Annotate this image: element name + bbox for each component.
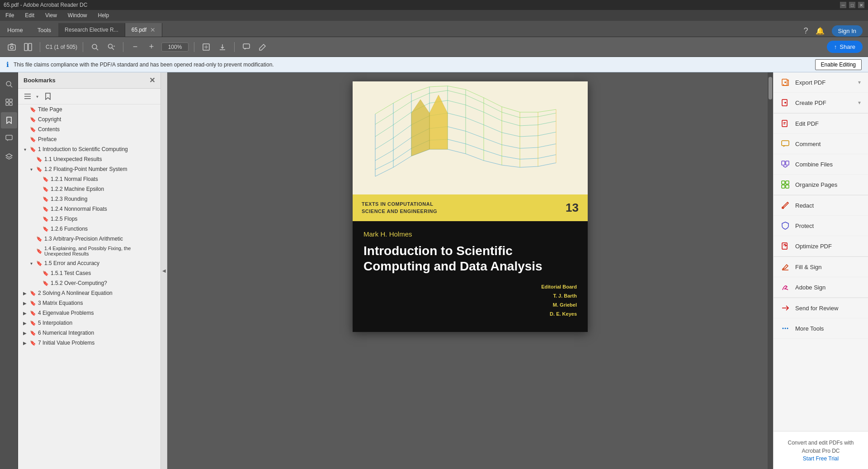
zoom-level[interactable]: 100% [161,43,189,52]
enable-editing-button[interactable]: Enable Editing [815,59,862,70]
bookmark-item-title-page[interactable]: 🔖 Title Page [18,104,160,114]
tool-fill-sign[interactable]: Fill & Sign [774,257,868,277]
bookmark-item-ch1-5-2[interactable]: 🔖 1.5.2 Over-Computing? [18,278,160,288]
tool-adobe-sign[interactable]: Adobe Sign [774,277,868,298]
expand-ch6[interactable]: ▶ [22,330,28,336]
bookmark-item-ch1-2[interactable]: ▾ 🔖 1.2 Floating-Point Number System [18,164,160,174]
tab-close-button[interactable]: ✕ [150,26,156,33]
expand-ch5[interactable]: ▶ [22,320,28,326]
menu-edit[interactable]: Edit [23,11,36,19]
close-button[interactable]: ✕ [858,2,864,8]
bookmark-icon-ch1-2-2: 🔖 [42,186,49,192]
sidebar-comment-icon[interactable] [1,130,17,147]
tab-home[interactable]: Home [0,23,30,37]
sidebar-thumbnail-icon[interactable] [1,94,17,110]
bookmark-item-contents[interactable]: 🔖 Contents [18,124,160,134]
expand-ch7[interactable]: ▶ [22,340,28,346]
bookmark-item-ch1-5-1[interactable]: 🔖 1.5.1 Test Cases [18,268,160,278]
bookmark-item-ch1-2-6[interactable]: 🔖 1.2.6 Functions [18,224,160,234]
tool-organize-pages[interactable]: Organize Pages [774,175,868,195]
menu-file[interactable]: File [4,11,16,19]
comment-toolbar-icon[interactable] [240,41,253,53]
bookmark-item-ch1-2-3[interactable]: 🔖 1.2.3 Rounding [18,194,160,204]
expand-ch1-5[interactable]: ▾ [28,260,34,266]
bookmark-item-ch1-1[interactable]: 🔖 1.1 Unexpected Results [18,154,160,164]
sign-in-button[interactable]: Sign In [832,25,863,37]
menu-help[interactable]: Help [96,11,111,19]
tab-bar-right: ? 🔔 Sign In [804,25,868,37]
bookmark-item-ch1-2-4[interactable]: 🔖 1.2.4 Nonnormal Floats [18,204,160,214]
menu-view[interactable]: View [43,11,59,19]
bookmark-icon-ch1: 🔖 [30,147,36,152]
minimize-button[interactable]: ─ [840,2,846,8]
compare-tool-icon[interactable] [22,41,34,53]
tool-edit-pdf[interactable]: Edit PDF [774,114,868,134]
tab-pdf[interactable]: 65.pdf ✕ [125,23,162,37]
help-icon[interactable]: ? [804,26,808,36]
tool-more-tools[interactable]: More Tools [774,318,868,339]
tool-combine-files[interactable]: Combine Files [774,154,868,175]
share-button[interactable]: ↑ Share [827,41,863,53]
bookmark-item-ch6[interactable]: ▶ 🔖 6 Numerical Integration [18,328,160,338]
tool-redact[interactable]: Redact [774,195,868,216]
sidebar-bookmark-icon[interactable] [1,112,17,128]
expand-ch1-2[interactable]: ▾ [28,166,34,172]
bookmark-item-ch7[interactable]: ▶ 🔖 7 Initial Value Problems [18,338,160,348]
tool-optimize-pdf[interactable]: Optimize PDF [774,236,868,256]
sidebar-layers-icon[interactable] [1,148,17,165]
pen-tool-icon[interactable] [256,41,269,53]
bookmark-item-ch5[interactable]: ▶ 🔖 5 Interpolation [18,318,160,328]
pdf-scrollbar-track[interactable] [768,72,773,469]
close-bookmarks-icon[interactable]: ✕ [149,76,155,85]
bookmark-item-ch2[interactable]: ▶ 🔖 2 Solving A Nonlinear Equation [18,288,160,298]
bookmark-item-ch1-2-2[interactable]: 🔖 1.2.2 Machine Epsilon [18,184,160,194]
svg-rect-26 [782,120,787,127]
tools-trial-link[interactable]: Start Free Trial [803,455,839,462]
zoom-in-icon[interactable]: + [145,41,158,53]
tools-promo-text: Convert and edit PDFs with Acrobat Pro D… [781,439,861,455]
expand-ch1[interactable]: ▾ [22,146,28,152]
collapse-panel-handle[interactable]: ◀ [161,72,167,469]
bookmark-item-ch1-3[interactable]: 🔖 1.3 Arbitrary-Precision Arithmetic [18,234,160,244]
bookmark-item-ch1-5[interactable]: ▾ 🔖 1.5 Error and Accuracy [18,258,160,268]
bookmarks-options-button[interactable] [22,90,33,102]
camera-tool-icon[interactable] [5,41,18,53]
pdf-scrollbar-thumb[interactable] [769,77,772,99]
comment-label: Comment [795,141,861,147]
search-icon[interactable] [89,41,101,53]
maximize-button[interactable]: □ [849,2,855,8]
tab-tools[interactable]: Tools [30,23,58,37]
bookmark-item-ch1-2-1[interactable]: 🔖 1.2.1 Normal Floats [18,174,160,184]
find-icon[interactable] [105,41,118,53]
pdf-viewer[interactable]: TEXTS IN COMPUTATIONAL SCIENCE AND ENGIN… [167,72,773,469]
bookmark-icon-ch1-5: 🔖 [36,261,42,266]
bookmark-item-ch3[interactable]: ▶ 🔖 3 Matrix Equations [18,298,160,308]
notification-icon[interactable]: 🔔 [816,27,825,35]
bookmark-label-ch7: 7 Initial Value Problems [38,340,94,346]
bookmark-item-ch4[interactable]: ▶ 🔖 4 Eigenvalue Problems [18,308,160,318]
bookmark-item-ch1[interactable]: ▾ 🔖 1 Introduction to Scientific Computi… [18,144,160,154]
download-icon[interactable] [216,41,229,53]
tool-create-pdf[interactable]: Create PDF ▾ [774,93,868,113]
bookmarks-tag-button[interactable] [42,90,54,102]
bookmark-label-ch1-5-2: 1.5.2 Over-Computing? [51,280,107,286]
svg-point-38 [787,328,788,329]
menu-window[interactable]: Window [66,11,89,19]
bookmark-item-ch1-4[interactable]: 🔖 1.4 Explaining, and Possibly Fixing, t… [18,244,160,258]
fit-page-icon[interactable] [200,41,212,53]
expand-ch2[interactable]: ▶ [22,290,28,296]
sidebar-search-icon[interactable] [1,76,17,92]
tool-send-review[interactable]: Send for Review [774,298,868,318]
expand-ch3[interactable]: ▶ [22,300,28,306]
tool-comment[interactable]: Comment [774,134,868,154]
bookmark-item-ch1-2-5[interactable]: 🔖 1.2.5 Flops [18,214,160,224]
tab-research[interactable]: Research Elective R... [58,23,125,37]
tool-protect[interactable]: Protect [774,216,868,236]
bookmark-icon: 🔖 [30,107,36,113]
bookmark-item-preface[interactable]: 🔖 Preface [18,134,160,144]
svg-marker-23 [411,99,429,156]
tool-export-pdf[interactable]: Export PDF ▾ [774,72,868,93]
zoom-out-icon[interactable]: − [129,41,142,53]
expand-ch4[interactable]: ▶ [22,310,28,316]
bookmark-item-copyright[interactable]: 🔖 Copyright [18,114,160,124]
